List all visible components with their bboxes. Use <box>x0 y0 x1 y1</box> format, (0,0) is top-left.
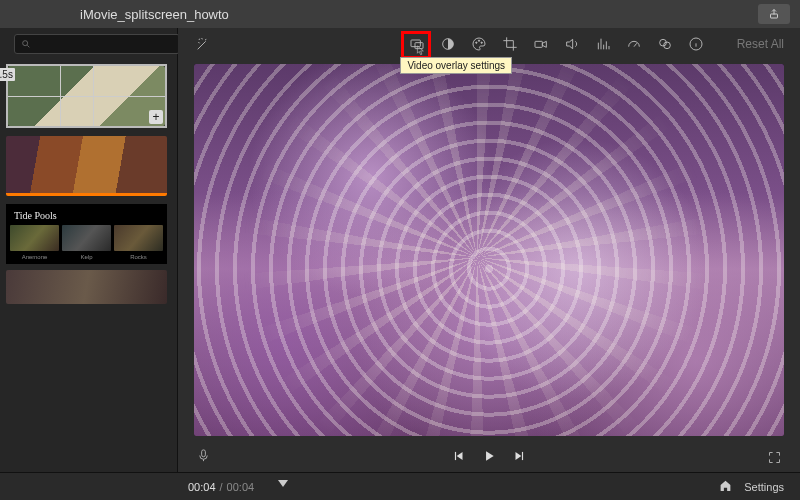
clip-image <box>6 270 167 304</box>
search-icon <box>21 39 31 49</box>
play-icon <box>482 449 496 463</box>
clip-thumbnail[interactable] <box>6 270 167 304</box>
svg-point-7 <box>476 42 477 43</box>
crop-button[interactable] <box>501 35 519 53</box>
selection-grid-overlay <box>8 66 165 126</box>
svg-rect-14 <box>202 450 206 457</box>
clip-browser: 7.5s + Tide Pools Anemone <box>0 60 177 472</box>
preview-viewer[interactable] <box>194 64 784 436</box>
prev-frame-button[interactable] <box>452 449 466 466</box>
speedometer-icon <box>626 36 642 52</box>
fullscreen-button[interactable] <box>767 450 782 465</box>
color-balance-button[interactable] <box>439 35 457 53</box>
color-balance-icon <box>440 36 456 52</box>
svg-rect-16 <box>522 451 523 459</box>
clip-thumbnail-selected[interactable]: 7.5s + <box>6 64 167 128</box>
title-subthumb-label: Anemone <box>10 254 59 260</box>
add-to-timeline-button[interactable]: + <box>149 110 163 124</box>
title-subthumb <box>10 225 59 251</box>
svg-point-8 <box>479 40 480 41</box>
play-button[interactable] <box>482 449 496 466</box>
magic-wand-icon <box>195 36 211 52</box>
title-card[interactable]: Tide Pools Anemone Kelp Rocks <box>6 204 167 264</box>
volume-icon <box>564 36 580 52</box>
palette-icon <box>471 36 487 52</box>
main-area: 7.5s + Tide Pools Anemone <box>0 28 800 472</box>
svg-point-2 <box>23 41 28 46</box>
time-total: 00:04 <box>227 481 255 493</box>
stabilization-button[interactable] <box>532 35 550 53</box>
info-icon <box>688 36 704 52</box>
preview-frame <box>194 64 784 436</box>
reset-all-button[interactable]: Reset All <box>737 37 784 51</box>
color-correction-button[interactable] <box>470 35 488 53</box>
titlebar: iMovie_splitscreen_howto <box>0 0 800 28</box>
timeline-footer: 00:04 / 00:04 Settings <box>0 472 800 500</box>
clip-filter-button[interactable] <box>656 35 674 53</box>
skip-back-icon <box>452 449 466 463</box>
speed-button[interactable] <box>625 35 643 53</box>
svg-rect-10 <box>535 41 542 47</box>
search-field[interactable] <box>14 34 180 54</box>
next-frame-button[interactable] <box>512 449 526 466</box>
tooltip: Video overlay settings <box>400 57 512 74</box>
skip-forward-icon <box>512 449 526 463</box>
camera-icon <box>533 36 549 52</box>
timeline-scrubber[interactable] <box>268 483 705 491</box>
home-icon <box>719 479 732 492</box>
search-input[interactable] <box>35 38 173 50</box>
time-separator: / <box>220 481 223 493</box>
enhance-button[interactable] <box>194 35 212 53</box>
equalizer-icon <box>595 36 611 52</box>
title-card-heading: Tide Pools <box>10 210 163 221</box>
imovie-window: iMovie_splitscreen_howto 7.5s <box>0 0 800 500</box>
info-button[interactable] <box>687 35 705 53</box>
time-current: 00:04 <box>188 481 216 493</box>
svg-rect-15 <box>455 451 456 459</box>
filter-circles-icon <box>657 36 673 52</box>
video-overlay-button[interactable]: Video overlay settings <box>408 35 426 53</box>
title-subthumb-label: Rocks <box>114 254 163 260</box>
microphone-icon <box>196 448 211 463</box>
noise-reduction-button[interactable] <box>594 35 612 53</box>
sidebar-search-row <box>0 28 177 60</box>
voiceover-button[interactable] <box>196 448 211 466</box>
title-subthumb <box>114 225 163 251</box>
title-subthumb-label: Kelp <box>62 254 111 260</box>
share-icon <box>768 8 780 20</box>
fullscreen-icon <box>767 450 782 465</box>
viewer-panel: Video overlay settings <box>178 28 800 472</box>
share-button[interactable] <box>758 4 790 24</box>
clip-thumbnail[interactable] <box>6 136 167 196</box>
clip-image <box>6 136 167 196</box>
media-sidebar: 7.5s + Tide Pools Anemone <box>0 28 178 472</box>
volume-button[interactable] <box>563 35 581 53</box>
adjust-toolbar: Video overlay settings <box>178 28 800 60</box>
timeline-home-button[interactable] <box>719 479 732 494</box>
project-title: iMovie_splitscreen_howto <box>80 7 229 22</box>
svg-point-9 <box>481 42 482 43</box>
svg-rect-0 <box>771 14 778 18</box>
crop-icon <box>502 36 518 52</box>
title-subthumb <box>62 225 111 251</box>
cursor-icon <box>416 45 427 56</box>
settings-button[interactable]: Settings <box>744 481 784 493</box>
playback-controls <box>178 442 800 472</box>
